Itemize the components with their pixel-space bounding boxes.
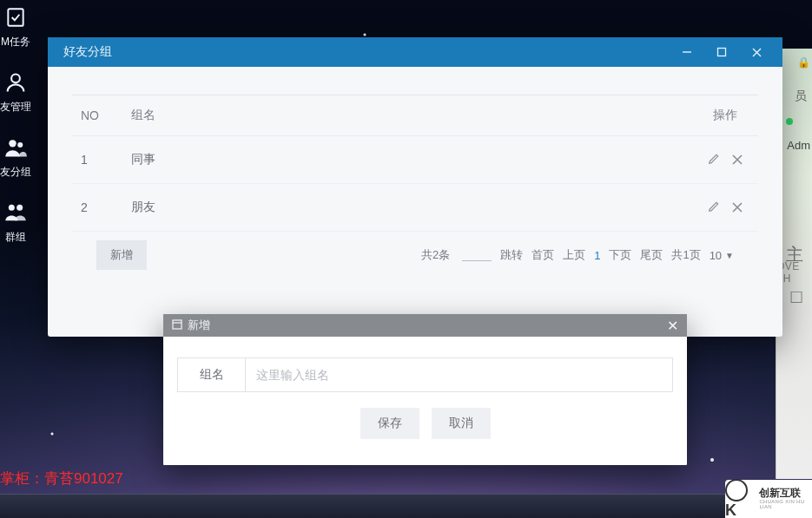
right-panel-chip: 员	[795, 89, 807, 104]
delete-button[interactable]	[732, 201, 743, 215]
group-name-input[interactable]	[246, 358, 672, 391]
close-icon	[732, 154, 743, 165]
svg-rect-7	[173, 320, 182, 329]
sub-dialog-close-button[interactable]: ✕	[667, 318, 678, 334]
svg-point-5	[17, 205, 23, 211]
right-panel-name: Adm	[787, 139, 810, 152]
pager-pages: 共1页	[671, 247, 700, 263]
close-icon	[732, 202, 743, 213]
pencil-icon	[708, 153, 720, 165]
pager-current: 1	[594, 249, 600, 262]
window-maximize-button[interactable]	[704, 37, 739, 67]
chevron-down-icon: ▼	[725, 251, 734, 260]
close-icon	[751, 47, 762, 58]
pagination: 共2条 跳转 首页 上页 1 下页 尾页 共1页 10 ▼	[421, 247, 734, 263]
edit-button[interactable]	[708, 201, 720, 215]
cell-name: 朋友	[122, 184, 637, 232]
logo-mark-icon: K	[725, 479, 756, 519]
add-button[interactable]: 新增	[96, 240, 147, 270]
pager-last[interactable]: 尾页	[640, 247, 663, 263]
friend-group-modal: 好友分组 NO 组名 操作 1 同事	[48, 37, 782, 337]
sidebar-item-tasks[interactable]: M任务	[0, 5, 31, 49]
close-icon: ✕	[667, 318, 678, 333]
sidebar: M任务 友管理 友分组 群组	[0, 0, 31, 494]
sidebar-item-label: M任务	[1, 35, 30, 49]
svg-rect-0	[8, 9, 23, 26]
edit-button[interactable]	[708, 154, 720, 167]
col-header-op: 操作	[637, 95, 758, 136]
group-icon	[3, 200, 28, 225]
pager-size-value: 10	[710, 249, 722, 262]
lock-icon: 🔒	[797, 56, 810, 69]
modal-titlebar[interactable]: 好友分组	[48, 37, 782, 67]
group-name-form-row: 组名	[177, 357, 673, 392]
window-icon	[172, 319, 182, 332]
sidebar-item-chat-group[interactable]: 群组	[0, 200, 31, 245]
pager-jump-input[interactable]	[462, 249, 492, 261]
pager-prev[interactable]: 上页	[563, 247, 585, 263]
window-close-button[interactable]	[739, 37, 774, 67]
save-button[interactable]: 保存	[360, 408, 419, 439]
minimize-icon	[681, 46, 693, 58]
pager-next[interactable]: 下页	[609, 247, 631, 263]
col-header-no: NO	[72, 95, 122, 136]
status-online-dot	[786, 118, 793, 125]
user-icon	[3, 70, 28, 95]
sidebar-item-label: 友分组	[0, 165, 31, 180]
svg-point-2	[9, 140, 16, 147]
pager-jump[interactable]: 跳转	[500, 247, 523, 263]
svg-point-3	[17, 142, 23, 148]
delete-button[interactable]	[732, 154, 743, 167]
cell-no: 1	[72, 136, 122, 184]
check-file-icon	[3, 5, 28, 30]
table-row: 2 朋友	[72, 184, 758, 232]
watermark-brand: 创新互联	[759, 488, 812, 499]
table-header-row: NO 组名 操作	[72, 95, 758, 136]
footer-owner-text: 掌柜：青苔901027	[0, 469, 123, 488]
pager-size-select[interactable]: 10 ▼	[710, 249, 734, 262]
sidebar-item-label: 友管理	[0, 100, 31, 115]
table-row: 1 同事	[72, 136, 758, 184]
sub-dialog-titlebar[interactable]: 新增 ✕	[163, 314, 687, 337]
col-header-name: 组名	[122, 95, 637, 136]
window-minimize-button[interactable]	[670, 37, 704, 67]
sidebar-item-friend-group[interactable]: 友分组	[0, 135, 31, 180]
taskbar[interactable]	[0, 494, 812, 518]
svg-point-4	[9, 205, 15, 211]
svg-point-1	[11, 74, 20, 82]
users-icon	[3, 135, 28, 160]
watermark-sub: CHUANG XIN HU LIAN	[759, 499, 812, 510]
cell-no: 2	[72, 184, 122, 232]
cancel-button[interactable]: 取消	[432, 408, 491, 439]
sidebar-item-friend-manage[interactable]: 友管理	[0, 70, 31, 115]
pencil-icon	[708, 200, 720, 213]
pager-first[interactable]: 首页	[531, 247, 554, 263]
group-name-label: 组名	[178, 358, 246, 391]
maximize-icon	[716, 47, 727, 57]
sidebar-item-label: 群组	[5, 230, 26, 245]
add-group-dialog: 新增 ✕ 组名 保存 取消	[163, 314, 687, 465]
pager-total: 共2条	[421, 247, 450, 263]
cell-name: 同事	[122, 136, 637, 184]
sub-dialog-title: 新增	[188, 318, 210, 333]
group-table: NO 组名 操作 1 同事 2 朋友	[72, 95, 758, 232]
watermark-logo: K 创新互联 CHUANG XIN HU LIAN	[725, 480, 812, 518]
modal-title: 好友分组	[63, 44, 112, 60]
right-panel-box: ☐	[789, 288, 803, 307]
svg-rect-6	[718, 49, 726, 56]
